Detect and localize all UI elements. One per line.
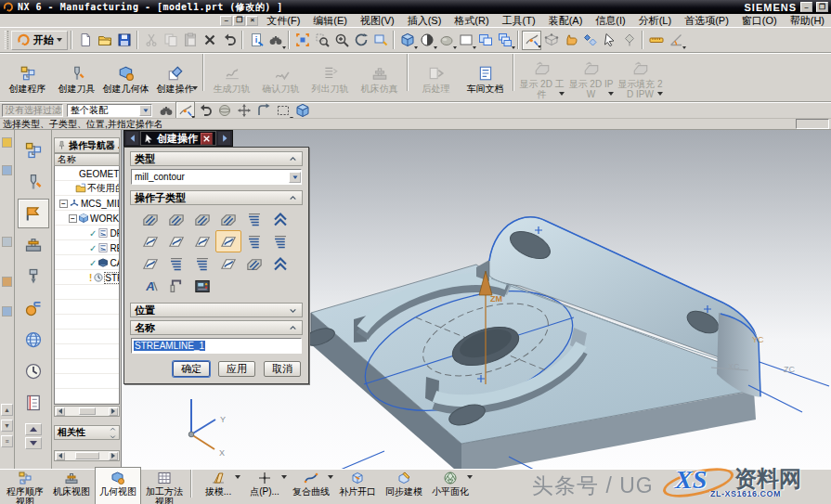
dialog-close-button[interactable]: [201, 133, 213, 145]
create-geometry-button[interactable]: 创建几何体: [101, 61, 150, 94]
subtype-flowcut-ref-tool[interactable]: [189, 252, 215, 275]
resource-operation-navigator[interactable]: [18, 199, 49, 228]
combo-arrow-button[interactable]: [139, 105, 151, 116]
measure-angle-button[interactable]: [666, 31, 685, 50]
subtype-profile-3d[interactable]: [241, 252, 267, 275]
cancel-button[interactable]: 取消: [264, 361, 301, 377]
next-dialog-button[interactable]: [218, 132, 230, 145]
menu-edit[interactable]: 编辑(E): [306, 14, 354, 28]
snap-point-button[interactable]: [522, 31, 541, 50]
clipped-toolbar-icon[interactable]: [2, 237, 12, 247]
resource-history[interactable]: [18, 356, 49, 386]
resource-mill-head[interactable]: [18, 262, 49, 291]
subtype-mill-user[interactable]: A: [137, 275, 163, 297]
tree-row-reaming[interactable]: ✓ REAMIN: [55, 240, 119, 255]
pan-hand-button[interactable]: [561, 31, 580, 50]
chevron-down-icon[interactable]: [108, 433, 118, 440]
scroll-left-button[interactable]: [56, 452, 65, 460]
new-button[interactable]: [75, 31, 95, 50]
subtype-contour-area-dir-steep[interactable]: [267, 230, 293, 252]
menu-assemblies[interactable]: 装配(A): [542, 14, 590, 28]
composite-curve-button[interactable]: 复合曲线: [288, 468, 334, 504]
view-geometry-button[interactable]: 几何视图: [95, 467, 141, 504]
menu-insert[interactable]: 插入(S): [401, 14, 448, 28]
resource-program-order[interactable]: [18, 136, 49, 165]
type-combo[interactable]: mill_contour: [131, 169, 302, 185]
zoom-box-button[interactable]: [312, 31, 331, 50]
location-section-header[interactable]: 位置: [130, 303, 303, 317]
tree-row-cavity-mill[interactable]: ✓ CAVITY_: [55, 255, 119, 270]
background-button[interactable]: [456, 31, 475, 50]
filter-diamond-button[interactable]: [619, 31, 639, 50]
cut-button[interactable]: [141, 31, 161, 50]
copy-button[interactable]: [161, 31, 180, 50]
subtype-flowcut-smooth[interactable]: [215, 252, 241, 275]
save-button[interactable]: [114, 31, 134, 50]
clipped-toolbar-icon[interactable]: [2, 277, 12, 287]
scrollbar-thumb[interactable]: [79, 407, 96, 415]
view-machine-tool-button[interactable]: 机床视图: [48, 468, 95, 504]
clipped-toolbar-icon[interactable]: [2, 306, 12, 317]
render-style-button[interactable]: [436, 31, 456, 50]
sync-modeling-button[interactable]: 同步建模: [381, 468, 427, 504]
menu-view[interactable]: 视图(V): [354, 14, 401, 28]
scroll-right-button[interactable]: [109, 407, 118, 416]
show-2d-workpiece-button[interactable]: 显示 2D 工件: [517, 57, 566, 99]
scroll-right-button[interactable]: [109, 452, 118, 460]
ok-button[interactable]: 确定: [173, 361, 210, 377]
measure-distance-button[interactable]: [646, 31, 666, 50]
subtype-section-header[interactable]: 操作子类型: [130, 190, 303, 205]
shop-doc-button[interactable]: 车间文档: [461, 61, 510, 94]
menu-file[interactable]: 文件(F): [260, 14, 306, 28]
scroll-down-button[interactable]: [25, 437, 42, 449]
menu-information[interactable]: 信息(I): [589, 14, 631, 28]
tree-row-workpiece[interactable]: − WORKPIECE: [55, 211, 119, 226]
verify-toolpath-button[interactable]: 确认刀轨: [256, 61, 305, 94]
cascade-button[interactable]: [495, 31, 514, 50]
fit-view-button[interactable]: [292, 31, 312, 50]
subtype-contour-area-non-steep[interactable]: [241, 230, 267, 252]
subtype-fixed-contour[interactable]: [137, 230, 163, 252]
subtype-rest-milling[interactable]: [215, 208, 241, 230]
mdi-close-button[interactable]: ×: [246, 16, 258, 26]
strip-scroll-up-button[interactable]: ▲: [1, 404, 13, 416]
subtype-flowcut-single[interactable]: [137, 252, 163, 275]
mdi-minimize-button[interactable]: –: [220, 16, 232, 26]
subtype-streamline[interactable]: [215, 230, 241, 252]
show-filled-2d-ipw-button[interactable]: 显示填充 2D IPW: [616, 57, 665, 99]
facet-body-button[interactable]: 小平面化: [427, 468, 474, 504]
scrollbar-thumb[interactable]: [75, 452, 99, 459]
tree-row-unused[interactable]: 不使用的项: [55, 181, 119, 196]
view-program-order-button[interactable]: 程序顺序视图: [2, 468, 48, 504]
menu-tools[interactable]: 工具(T): [496, 14, 542, 28]
menu-format[interactable]: 格式(R): [448, 14, 495, 28]
generate-toolpath-button[interactable]: 生成刀轨: [207, 61, 256, 94]
subtype-mill-control[interactable]: [189, 275, 215, 297]
scroll-left-button[interactable]: [56, 407, 65, 416]
strip-scroll-down-button[interactable]: ▼: [1, 420, 13, 432]
subtype-plunge-milling[interactable]: [163, 208, 189, 230]
subtype-corner-rough[interactable]: [189, 208, 215, 230]
information-button[interactable]: i: [246, 31, 266, 50]
postprocess-button[interactable]: 后处理: [411, 61, 461, 94]
select-arrow-button[interactable]: [600, 31, 619, 50]
orient-view-button[interactable]: [397, 31, 417, 50]
dependencies-section-header[interactable]: 相关性: [54, 425, 120, 440]
subtype-flowcut-multiple[interactable]: [163, 252, 189, 275]
tree-row-geometry[interactable]: GEOMETRY: [55, 166, 119, 181]
patch-opening-button[interactable]: 补片开口: [334, 468, 381, 504]
menu-analysis[interactable]: 分析(L): [632, 14, 678, 28]
resource-machine-tool[interactable]: [18, 230, 49, 260]
strip-more-button[interactable]: ≡: [1, 435, 13, 447]
menu-window[interactable]: 窗口(O): [735, 14, 784, 28]
scroll-up-button[interactable]: [25, 423, 42, 435]
minimize-button[interactable]: –: [800, 2, 812, 12]
subtype-mill-custom[interactable]: [163, 275, 189, 297]
name-section-header[interactable]: 名称: [130, 320, 303, 335]
rotate-view-button[interactable]: [351, 31, 370, 50]
create-operation-button[interactable]: 创建操作: [150, 61, 200, 94]
tree-horizontal-scrollbar[interactable]: [54, 406, 120, 417]
expander-icon[interactable]: −: [69, 214, 77, 223]
menu-help[interactable]: 帮助(H): [784, 14, 831, 28]
undo-button[interactable]: [219, 31, 239, 50]
